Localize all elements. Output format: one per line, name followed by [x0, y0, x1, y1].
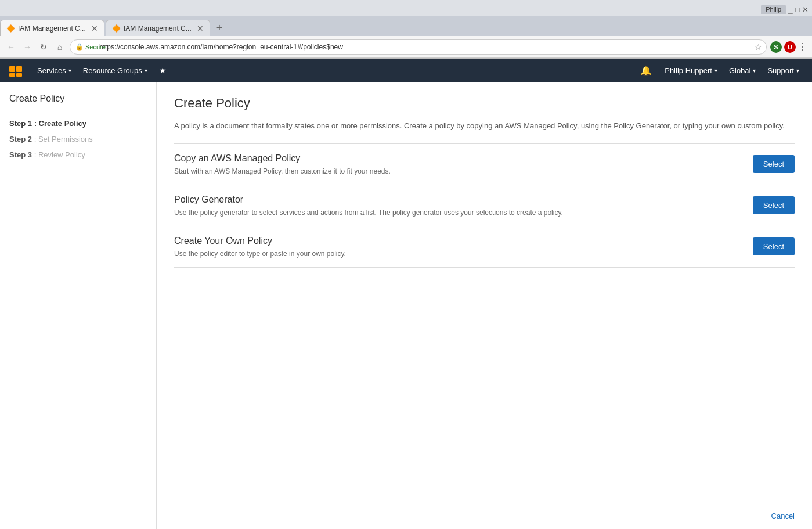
- resource-groups-label: Resource Groups: [83, 66, 142, 75]
- forward-btn[interactable]: →: [21, 41, 34, 53]
- aws-logo[interactable]: [7, 62, 24, 79]
- back-btn[interactable]: ←: [5, 41, 17, 53]
- policy-option-copy: Copy an AWS Managed Policy Start with an…: [174, 143, 795, 185]
- step1-colon: :: [34, 119, 39, 128]
- step2-name: Set Permissions: [38, 135, 93, 143]
- notifications-icon[interactable]: 🔔: [633, 65, 659, 76]
- svg-rect-4: [16, 73, 22, 77]
- svg-rect-3: [9, 73, 15, 77]
- sidebar-step-2: Step 2 : Set Permissions: [9, 131, 147, 147]
- tab-close-1[interactable]: ✕: [91, 24, 98, 33]
- tab-bar: 🔶 IAM Management C... ✕ 🔶 IAM Management…: [0, 16, 812, 36]
- copy-managed-desc: Start with an AWS Managed Policy, then c…: [174, 167, 741, 175]
- select-generator-btn[interactable]: Select: [753, 196, 795, 214]
- new-tab-btn[interactable]: +: [211, 20, 228, 36]
- generator-title: Policy Generator: [174, 195, 741, 205]
- page-description: A policy is a document that formally sta…: [174, 120, 795, 132]
- page-title: Create Policy: [174, 96, 795, 111]
- generator-desc: Use the policy generator to select servi…: [174, 208, 741, 217]
- services-nav-item[interactable]: Services ▾: [31, 59, 77, 82]
- browser-menu-btn[interactable]: ⋮: [798, 41, 807, 52]
- bookmark-icon[interactable]: ☆: [755, 42, 762, 52]
- step2-label: Step 2: [9, 135, 32, 143]
- step3-name: Review Policy: [38, 150, 85, 159]
- own-policy-desc: Use the policy editor to type or paste i…: [174, 250, 741, 258]
- tab-close-2[interactable]: ✕: [197, 24, 204, 33]
- tab-2[interactable]: 🔶 IAM Management C... ✕: [106, 20, 210, 36]
- main-wrapper: Create Policy A policy is a document tha…: [157, 82, 812, 529]
- browser-chrome: Philip ⎯ □ ✕ 🔶 IAM Management C... ✕ 🔶 I…: [0, 0, 812, 59]
- step2-colon: :: [34, 135, 38, 143]
- step1-name: Create Policy: [39, 119, 86, 128]
- user-menu[interactable]: Philip Huppert ▾: [659, 59, 723, 82]
- own-policy-title: Create Your Own Policy: [174, 236, 741, 246]
- maximize-btn[interactable]: □: [795, 5, 800, 14]
- policy-option-copy-content: Copy an AWS Managed Policy Start with an…: [174, 153, 741, 175]
- sidebar-step-3: Step 3 : Review Policy: [9, 147, 147, 163]
- tab-favicon-2: 🔶: [112, 24, 120, 33]
- bookmark-star-icon: ★: [159, 66, 167, 75]
- ext-icon-green[interactable]: S: [770, 41, 782, 53]
- sidebar-step-1: Step 1 : Create Policy: [9, 116, 147, 131]
- select-copy-managed-btn[interactable]: Select: [753, 155, 795, 173]
- policy-option-own: Create Your Own Policy Use the policy ed…: [174, 226, 795, 268]
- support-menu[interactable]: Support ▾: [762, 59, 805, 82]
- region-label: Global: [729, 66, 751, 75]
- bookmarks-nav-item[interactable]: ★: [153, 59, 172, 82]
- copy-managed-title: Copy an AWS Managed Policy: [174, 153, 741, 164]
- svg-rect-1: [9, 66, 15, 72]
- title-bar: Philip ⎯ □ ✕: [0, 0, 812, 16]
- address-bar: ← → ↻ ⌂ 🔒 Secure ☆ S U ⋮: [0, 36, 812, 58]
- policy-option-generator-content: Policy Generator Use the policy generato…: [174, 195, 741, 217]
- step3-colon: :: [34, 150, 38, 159]
- close-btn[interactable]: ✕: [802, 5, 809, 14]
- user-label: Philip Huppert: [665, 66, 712, 75]
- policy-option-generator: Policy Generator Use the policy generato…: [174, 185, 795, 226]
- aws-nav: Services ▾ Resource Groups ▾ ★ 🔔 Philip …: [0, 59, 812, 82]
- cancel-button[interactable]: Cancel: [771, 512, 795, 520]
- sidebar-title: Create Policy: [9, 93, 147, 104]
- main-content: Create Policy A policy is a document tha…: [157, 82, 812, 502]
- tab-favicon-1: 🔶: [6, 24, 15, 33]
- minimize-btn[interactable]: ⎯: [788, 5, 793, 14]
- services-label: Services: [37, 66, 66, 75]
- region-chevron: ▾: [753, 67, 756, 74]
- support-label: Support: [767, 66, 794, 75]
- tab-title-2: IAM Management C...: [124, 24, 193, 33]
- sidebar: Create Policy Step 1 : Create Policy Ste…: [0, 82, 157, 529]
- step3-label: Step 3: [9, 150, 32, 159]
- reload-btn[interactable]: ↻: [37, 41, 50, 53]
- resource-groups-nav-item[interactable]: Resource Groups ▾: [77, 59, 153, 82]
- footer-bar: Cancel: [157, 502, 812, 529]
- tab-1[interactable]: 🔶 IAM Management C... ✕: [0, 20, 104, 36]
- resource-groups-chevron: ▾: [145, 67, 147, 74]
- services-chevron: ▾: [68, 67, 71, 74]
- user-chevron: ▾: [714, 67, 717, 74]
- policy-option-own-content: Create Your Own Policy Use the policy ed…: [174, 236, 741, 258]
- support-chevron: ▾: [796, 67, 799, 74]
- home-btn[interactable]: ⌂: [53, 41, 66, 53]
- svg-rect-2: [16, 66, 22, 72]
- ext-icon-red[interactable]: U: [784, 41, 796, 53]
- select-own-btn[interactable]: Select: [753, 237, 795, 255]
- aws-nav-right: 🔔 Philip Huppert ▾ Global ▾ Support ▾: [633, 59, 805, 82]
- title-bar-user: Philip: [761, 5, 786, 14]
- tab-title-1: IAM Management C...: [18, 24, 88, 33]
- extensions: S U ⋮: [770, 41, 807, 53]
- url-input[interactable]: [70, 39, 767, 55]
- app-layout: Create Policy Step 1 : Create Policy Ste…: [0, 82, 812, 529]
- step1-label: Step 1: [9, 119, 32, 128]
- url-bar-wrap: 🔒 Secure ☆: [70, 39, 767, 55]
- region-menu[interactable]: Global ▾: [723, 59, 762, 82]
